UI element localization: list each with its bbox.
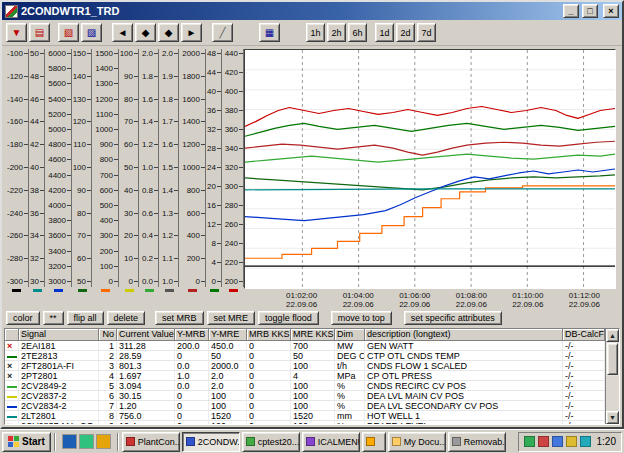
tray-icon-1[interactable] [524,436,535,447]
ruler-button[interactable]: ╱ [212,23,233,42]
y-axis-scale-2[interactable]: 5048464442403836343230 [29,49,45,309]
header-dim[interactable]: Dim [335,329,365,341]
quicklaunch-icon-2[interactable] [79,434,94,449]
action-button-set-mrb[interactable]: set MRB [155,311,204,325]
table-row-2CV2837-2[interactable]: 2CV2837-2630.1501000100%DEA LVL MAIN CV … [5,391,605,401]
action-button-flip-all[interactable]: flip all [67,311,104,325]
tray-icon-2[interactable] [538,436,549,447]
curve-table-button[interactable]: ▦ [259,23,280,42]
scroll-up-button[interactable]: ▲ [606,329,619,342]
row-swatch-cell[interactable]: × [5,421,19,424]
task-button-removab[interactable]: Removab... [448,432,506,452]
scrollbar-thumb[interactable] [607,343,618,375]
y-axis-scale-9[interactable]: 2000180016001400120010008006004002000 [179,49,206,309]
row-swatch-cell[interactable]: × [5,341,19,350]
y-axis-scale-1[interactable]: -100-120-140-160-180-200-220-240-260-280… [4,49,29,309]
axis-tick-label: 200 [225,277,238,286]
header-no[interactable]: No [99,329,117,341]
grid-blue-button[interactable]: ▨ [81,23,102,42]
action-button-set-mre[interactable]: set MRE [207,311,256,325]
trend-curve-2FT2801A-FI[interactable] [245,141,615,155]
row-swatch-cell[interactable] [5,381,19,390]
y-axis-scale-8[interactable]: 2.01.91.81.71.61.51.41.31.21.11.0 [159,49,179,309]
y-axis-scale-10[interactable]: 48444036322824201612840 [206,49,222,309]
action-button-set-specific-attributes[interactable]: set specific attributes [404,311,502,325]
action-button-delete[interactable]: delete [107,311,146,325]
time-range-button-7d[interactable]: 7d [417,23,436,42]
row-swatch-cell[interactable] [5,401,19,410]
cell-ymrb: 200.0 [175,341,209,350]
marker-right-button[interactable]: ◆ [158,23,179,42]
time-range-button-6h[interactable]: 6h [348,23,367,42]
row-swatch-cell[interactable]: × [5,361,19,370]
y-axis-scale-3[interactable]: 6000580056005400520050004800460044004200… [45,49,72,309]
row-swatch-cell[interactable] [5,351,19,360]
minimize-button[interactable]: _ [563,4,579,18]
trend-curve-2LT2801[interactable] [245,189,615,190]
table-row-2FT2801A-FI[interactable]: ×2FT2801A-FI3801.30.02000.00100t/hCNDS F… [5,361,605,371]
axis-tick-mark [24,99,28,100]
y-axis-scale-5[interactable]: 1500140013001200110010009008007006005004… [92,49,119,309]
trend-curve-2CV2834-2[interactable] [245,169,615,221]
task-button-2condw[interactable]: 2CONDW... [182,432,240,452]
tray-icon-4[interactable] [566,436,577,447]
maximize-button[interactable]: □ [582,4,598,18]
start-button[interactable]: Start [2,432,51,452]
trend-curve-2CV2837-2[interactable] [245,186,615,258]
time-range-button-2h[interactable]: 2h [327,23,346,42]
y-axis-scale-11[interactable]: 440420400380360340320300280260240220200 [222,49,244,309]
close-button[interactable]: × [603,4,619,18]
task-button-cptest20[interactable]: cptest20... [242,432,300,452]
table-row-2CV2834-2[interactable]: 2CV2834-271.2001000100%DEA LVL SECONDARY… [5,401,605,411]
header-db-calcf[interactable]: DB-CalcF [563,329,605,341]
header-signal[interactable]: Signal [19,329,99,341]
header-y-mre[interactable]: Y-MRE [209,329,247,341]
tray-icon-5[interactable] [580,436,591,447]
task-button-icalmenu[interactable]: ICALMENU [302,432,360,452]
trend-plot[interactable] [244,49,616,289]
quicklaunch-icon-3[interactable] [96,434,111,449]
titlebar[interactable]: 2CONDWTR1_TRD _ □ × [2,2,622,20]
scroll-far-right-button[interactable]: ► [181,23,202,42]
action-button-misc[interactable]: ** [43,311,64,325]
scroll-far-left-button[interactable]: ◄ [112,23,133,42]
y-axis-scale-7[interactable]: 2.01.81.61.41.21.00.80.60.40.20.0 [139,49,159,309]
header-mre-kks[interactable]: MRE KKS [291,329,335,341]
table-row-2LT2801[interactable]: 2LT28018756.00152001520mmHOT WELL 1-/- [5,411,605,421]
table-row-2TE2813[interactable]: 2TE2813228.59050050DEG CCTP OTL CNDS TEM… [5,351,605,361]
action-button-color[interactable]: color [6,311,40,325]
header-mrb-kks[interactable]: MRB KKS [247,329,291,341]
scrollbar-track[interactable] [606,376,619,411]
trend-curve-2CV2849-2[interactable] [245,175,615,190]
trend-curve-2PT2801[interactable] [245,154,615,162]
grid-red-button[interactable]: ▧ [58,23,79,42]
row-swatch-cell[interactable]: × [5,371,19,380]
table-row-2CV2837-MA_CO[interactable]: ×2CV2837-MA_CO910.401000100%DEAER LEVEL-… [5,421,605,424]
action-button-toggle-flood[interactable]: toggle flood [258,311,319,325]
time-range-button-1h[interactable]: 1h [306,23,325,42]
value-panel-button[interactable]: ▤ [29,23,50,42]
time-range-button-2d[interactable]: 2d [396,23,415,42]
y-axis-scale-4[interactable]: 1501401301201101009080706050 [72,49,92,309]
row-swatch-cell[interactable] [5,391,19,400]
trend-filter-button[interactable]: ▼ [6,23,27,42]
header-swatch[interactable] [5,329,19,341]
tray-icon-3[interactable] [552,436,563,447]
header-description-longtext-[interactable]: description (longtext) [365,329,563,341]
y-axis-scale-6[interactable]: 1009080706050403020100 [119,49,139,309]
scroll-down-button[interactable]: ▼ [606,411,619,424]
table-scrollbar[interactable]: ▲ ▼ [605,329,619,424]
quicklaunch-icon-1[interactable] [62,434,77,449]
table-row-2CV2849-2[interactable]: 2CV2849-253.0940.02.00100%CNDS RECIRC CV… [5,381,605,391]
task-button-plantcon[interactable]: PlantCon... [122,432,180,452]
header-y-mrb[interactable]: Y-MRB [175,329,209,341]
action-button-move-to-top[interactable]: move to top [331,311,392,325]
table-row-2EAI181[interactable]: ×2EAI1811311.28200.0450.00700MWGEN WATT-… [5,341,605,351]
task-button-my-docu[interactable]: My Docu... [388,432,446,452]
row-swatch-cell[interactable] [5,411,19,420]
task-button-5[interactable] [362,432,386,452]
header-current-value[interactable]: Current Value [117,329,175,341]
time-range-button-1d[interactable]: 1d [375,23,394,42]
marker-left-button[interactable]: ◆ [135,23,156,42]
table-row-2PT2801[interactable]: ×2PT280141.6971.02.004MPaCP OTL PRESS-/- [5,371,605,381]
